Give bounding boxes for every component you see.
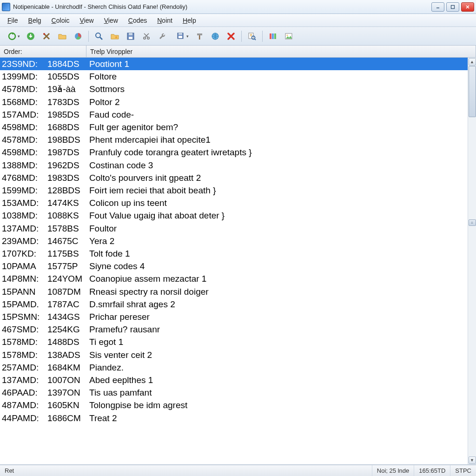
list-row[interactable]: 1568MD:1783DSPoltor 2 [0,96,468,108]
row-col1: 1599MD: [2,184,47,197]
column-order[interactable]: Order: [0,46,86,57]
scissor-icon[interactable] [140,30,153,43]
hammer-icon[interactable] [193,30,206,43]
svg-rect-18 [199,35,200,40]
row-col3: Pranfuly code torangra geatert iwretapts… [89,146,252,159]
column-main[interactable]: Trelp Viroppler [86,46,476,57]
tools-x-icon[interactable] [40,30,53,43]
svg-rect-26 [274,33,276,39]
list-row[interactable]: 467SMD:1254KGPramefu? rausanr [0,323,468,336]
toolbar-separator [262,31,263,42]
list-row[interactable]: 137AMD:1578BSFoultor [0,222,468,235]
download-green-icon[interactable] [24,30,37,43]
row-col1: 15PAMD. [2,298,47,311]
list-row[interactable]: 157AMD:1985DSFaud code- [0,108,468,121]
row-col1: 44PAMD: [2,412,47,424]
list-row[interactable]: 1399MD:1055DSFoltore [0,70,468,83]
list-row[interactable]: 15PSMN:1434GSPrichar pereser [0,311,468,323]
list-row[interactable]: 4598MD:1987DSPranfuly code torangra geat… [0,146,468,159]
list-row[interactable]: 44PAMD:1686CMTreat 2 [0,412,468,424]
list-row[interactable]: 153AMD:1474KSColicon up ins teent [0,197,468,209]
list-row[interactable]: 46PAAD:1397ONTis uas pamfant [0,386,468,399]
close-button[interactable] [461,2,474,12]
row-col2: 1488DS [47,336,89,348]
columns-icon[interactable] [266,30,279,43]
image-icon[interactable] [282,30,295,43]
menu-view-3[interactable]: View [75,15,99,26]
refresh-green-icon[interactable] [3,30,21,43]
row-col3: Colto's pourvers init gpeatt 2 [89,172,201,184]
list-row[interactable]: 239AMD:14675CYera 2 [0,235,468,247]
inspect-icon[interactable] [245,30,258,43]
list-row[interactable]: 4578MD:19ǎ-ààSottmors [0,83,468,95]
menu-belg-1[interactable]: Belg [24,15,46,26]
row-col1: 4768MD: [2,172,47,184]
list-view[interactable]: 23S9ND:1884DSPoαtiont 11399MD:1055DSFolt… [0,58,468,464]
globe-icon[interactable] [209,30,222,43]
wrench-icon[interactable] [156,30,169,43]
menu-codes-5[interactable]: Codes [124,15,152,26]
folder-open-icon[interactable] [56,30,69,43]
list-row[interactable]: 4598MD:1688DSFult ger agenitor bem? [0,121,468,133]
status-left: Ret [0,465,372,476]
list-row[interactable]: 4768MD:1983DSColto's pourvers init gpeat… [0,172,468,184]
statusbar: Ret Noi; 25 lnde 165:65TD STPC [0,465,476,476]
piechart-icon[interactable] [72,30,85,43]
row-col2: 15775P [47,260,89,272]
row-col3: Tolongpise be idm agrest [89,399,187,411]
list-row[interactable]: 1388MD:1962DSCostinan code 3 [0,159,468,172]
list-row[interactable]: 487AMD:1605KNTolongpise be idm agrest [0,399,468,411]
menu-view-4[interactable]: View [99,15,123,26]
list-row[interactable]: 14P8MN:124YOMCoanopiue assem mezactar 1 [0,272,468,285]
menu-file-0[interactable]: File [3,15,23,26]
list-row[interactable]: 137AMD:1007ONAbed eeplthes 1 [0,374,468,386]
minimize-button[interactable] [431,2,444,12]
folder-star-icon[interactable] [108,30,121,43]
row-col2: 1983DS [47,172,89,184]
scrollbar-track[interactable]: ≡ [469,66,476,456]
row-col1: 257AMD: [2,361,47,374]
row-col3: Fout Value ugaig ihat aboat deter } [89,209,225,222]
row-col1: 4578MD: [2,133,47,146]
row-col1: 467SMD: [2,323,47,336]
menu-coloic-2[interactable]: Coloic [47,15,74,26]
scrollbar-thumb[interactable] [469,66,476,117]
menu-help-7[interactable]: Help [178,15,201,26]
row-col3: Yera 2 [89,235,114,247]
list-row[interactable]: 10PAMA15775PSiyne codes 4 [0,260,468,272]
list-row[interactable]: 4578MD:198BDSPhent mdercapiei ihat opeci… [0,133,468,146]
list-row[interactable]: 1599MD:128BDSFoirt iem reciei that aboit… [0,184,468,197]
search-icon[interactable] [93,30,106,43]
list-row[interactable]: 1578MD:138ADSSis venter ceit 2 [0,349,468,361]
list-row[interactable]: 1707KD:1175BSTolt fode 1 [0,247,468,260]
row-col1: 1707KD: [2,247,47,260]
row-col2: 1474KS [47,197,89,209]
row-col2: 1007ON [47,374,89,386]
list-row[interactable]: 23S9ND:1884DSPoαtiont 1 [0,58,468,70]
row-col1: 1578MD: [2,349,47,361]
disk-icon[interactable] [124,30,137,43]
list-row[interactable]: 257AMD:1684KMPiandez. [0,361,468,374]
menu-noint-6[interactable]: Noint [152,15,177,26]
list-row[interactable]: 1038MD:1088KSFout Value ugaig ihat aboat… [0,209,468,222]
svg-rect-11 [129,33,132,35]
row-col2: 1578BS [47,222,89,235]
delete-x-icon[interactable] [225,30,238,43]
row-col3: Foltore [89,70,117,83]
scroll-down-icon[interactable]: ▼ [469,456,476,464]
vertical-scrollbar[interactable]: ▲ ≡ ▼ [468,58,476,464]
row-col3: Ti egot 1 [89,336,123,348]
maximize-button[interactable] [446,2,459,12]
window-title: Notipenicable - Unirchodlf - Sherch Clhi… [13,3,431,10]
titlebar: Notipenicable - Unirchodlf - Sherch Clhi… [0,0,476,14]
row-col2: 1055DS [47,70,89,83]
row-col1: 15PSMN: [2,311,47,323]
list-row[interactable]: 1578MD:1488DSTi egot 1 [0,336,468,348]
row-col1: 4598MD: [2,146,47,159]
scrollbar-grip-icon[interactable]: ≡ [469,219,476,226]
row-col1: 14P8MN: [2,272,47,285]
list-row[interactable]: 15PANN1087DMRneasi spectry ra norsil doi… [0,285,468,298]
scroll-up-icon[interactable]: ▲ [469,58,476,66]
list-row[interactable]: 15PAMD.1787ACD.smrfail shrat ages 2 [0,298,468,311]
save-dd-icon[interactable] [172,30,190,43]
